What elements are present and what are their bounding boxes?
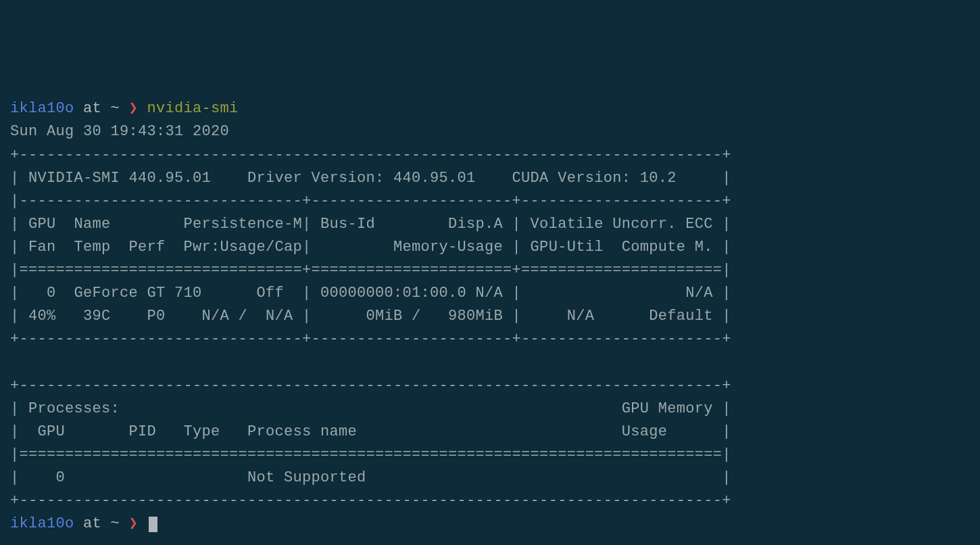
- prompt-user: ikla10o: [10, 515, 74, 532]
- output-line: | Fan Temp Perf Pwr:Usage/Cap| Memory-Us…: [10, 236, 970, 259]
- output-line: | 0 GeForce GT 710 Off | 00000000:01:00.…: [10, 282, 970, 305]
- output-line: +---------------------------------------…: [10, 144, 970, 167]
- output-line: |===============================+=======…: [10, 259, 970, 282]
- output-line: | 40% 39C P0 N/A / N/A | 0MiB / 980MiB |…: [10, 305, 970, 328]
- output-line: +-------------------------------+-------…: [10, 328, 970, 351]
- command-text: nvidia-smi: [138, 100, 239, 117]
- prompt-path: at ~: [74, 515, 129, 532]
- output-line: |=======================================…: [10, 444, 970, 467]
- output-line: |-------------------------------+-------…: [10, 190, 970, 213]
- terminal-content[interactable]: ikla10o at ~ ❯ nvidia-smiSun Aug 30 19:4…: [10, 97, 970, 536]
- output-line: | GPU Name Persistence-M| Bus-Id Disp.A …: [10, 213, 970, 236]
- prompt-char: ❯: [129, 100, 139, 117]
- output-line: | 0 Not Supported |: [10, 467, 970, 490]
- output-timestamp: Sun Aug 30 19:43:31 2020: [10, 120, 970, 143]
- output-line: | Processes: GPU Memory |: [10, 398, 970, 421]
- cursor: [149, 517, 157, 532]
- prompt-line[interactable]: ikla10o at ~ ❯: [10, 513, 970, 536]
- output-line: | GPU PID Type Process name Usage |: [10, 421, 970, 444]
- prompt-char: ❯: [129, 515, 139, 532]
- output-line: +---------------------------------------…: [10, 490, 970, 513]
- prompt-user: ikla10o: [10, 100, 74, 117]
- output-line: | NVIDIA-SMI 440.95.01 Driver Version: 4…: [10, 167, 970, 190]
- prompt-line: ikla10o at ~ ❯ nvidia-smi: [10, 97, 970, 120]
- output-line: [10, 351, 970, 374]
- output-line: +---------------------------------------…: [10, 375, 970, 398]
- prompt-path: at ~: [74, 100, 129, 117]
